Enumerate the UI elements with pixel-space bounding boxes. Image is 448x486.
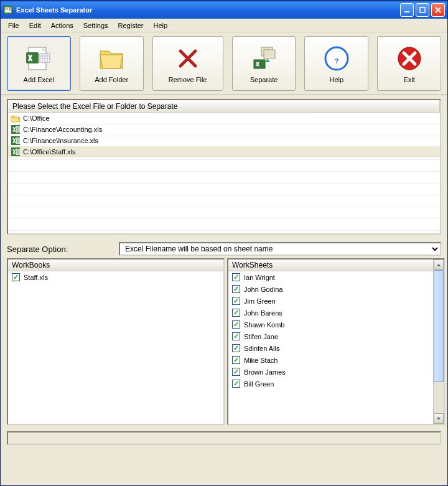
file-list[interactable]: Please Select the Excel File or Folder t… [7,99,441,235]
worksheet-item[interactable]: ✓Jim Green [228,295,433,307]
menu-help[interactable]: Help [149,21,173,30]
worksheet-name: Jim Green [244,297,276,305]
help-label: Help [330,76,344,83]
menu-file[interactable]: File [3,21,24,30]
svg-rect-8 [264,50,275,58]
worksheet-item[interactable]: ✓Sdinfen Ails [228,342,433,354]
svg-rect-2 [404,11,409,12]
menubar: File Edit Actions Settings Register Help [1,19,447,32]
worksheet-item[interactable]: ✓Shawn Komb [228,319,433,330]
toolbar: Add Excel Add Folder Remove File Separat… [1,32,447,95]
help-icon: ? [322,44,352,73]
exit-label: Exit [403,76,414,83]
file-list-row[interactable]: C:\Office [8,113,440,124]
add-folder-button[interactable]: Add Folder [80,36,144,91]
excel-file-icon [11,124,21,134]
file-path: C:\Office [23,114,50,122]
worksheets-panel: WorkSheets ✓Ian Wrignt✓John Godina✓Jim G… [227,258,445,425]
exit-button[interactable]: Exit [377,36,441,91]
worksheet-name: Mike Stach [244,357,278,364]
worksheet-name: John Barens [244,309,282,317]
file-path: C:\Finance\Insurance.xls [23,137,98,144]
worksheet-name: Bill Green [244,380,274,388]
add-excel-label: Add Excel [24,76,55,83]
workbooks-header[interactable]: WorkBooks [8,259,223,271]
worksheet-name: Ian Wrignt [244,274,275,281]
worksheet-name: Shawn Komb [244,321,284,329]
menu-edit[interactable]: Edit [24,21,46,30]
svg-rect-3 [420,7,425,12]
worksheet-item[interactable]: ✓Brown James [228,366,433,378]
excel-file-icon [11,147,21,157]
folder-icon [96,44,126,73]
minimize-button[interactable] [400,3,414,17]
checkbox[interactable]: ✓ [232,380,240,388]
checkbox[interactable]: ✓ [232,368,240,376]
menu-register[interactable]: Register [113,21,149,30]
separate-icon [249,44,279,73]
checkbox[interactable]: ✓ [232,273,240,281]
exit-icon [394,44,424,73]
svg-rect-14 [16,126,20,133]
folder-open-icon [11,113,21,123]
help-button[interactable]: ? Help [304,36,368,91]
window-title: Excel Sheets Separator [16,6,400,14]
close-button[interactable] [431,3,445,17]
file-path: C:\Office\Staff.xls [23,148,76,156]
worksheet-item[interactable]: ✓Mike Stach [228,354,433,366]
worksheet-item[interactable]: ✓Ian Wrignt [228,271,433,283]
menu-actions[interactable]: Actions [46,21,78,30]
scroll-thumb[interactable] [434,270,444,382]
svg-rect-16 [16,138,20,144]
worksheet-name: John Godina [244,286,282,293]
svg-rect-9 [254,60,265,68]
worksheet-name: Sdinfen Ails [244,345,279,352]
separate-option-select[interactable]: Excel Filename will be based on sheet na… [119,242,441,256]
separate-button[interactable]: Separate [232,36,296,91]
worksheet-name: Brown James [244,368,286,376]
remove-file-button[interactable]: Remove File [152,36,223,91]
checkbox[interactable]: ✓ [232,344,240,352]
file-list-header[interactable]: Please Select the Excel File or Folder t… [8,100,440,113]
checkbox[interactable]: ✓ [232,285,240,293]
excel-file-icon [11,136,21,146]
checkbox[interactable]: ✓ [232,297,240,305]
workbook-name: Staff.xls [24,274,48,281]
svg-text:?: ? [334,57,338,65]
remove-file-label: Remove File [169,76,207,83]
worksheets-header[interactable]: WorkSheets [228,259,444,271]
checkbox[interactable]: ✓ [232,332,240,340]
checkbox[interactable]: ✓ [12,273,20,281]
menu-settings[interactable]: Settings [78,21,113,30]
worksheet-name: Stifen Jane [244,333,278,340]
worksheets-scrollbar[interactable] [433,259,444,424]
add-folder-label: Add Folder [95,76,128,83]
separate-label: Separate [250,76,278,83]
workbook-item[interactable]: ✓Staff.xls [8,271,223,283]
checkbox[interactable]: ✓ [232,356,240,364]
file-path: C:\Finance\Accounting.xls [23,126,102,133]
scroll-down-button[interactable] [434,413,444,424]
workbooks-panel: WorkBooks ✓Staff.xls [7,258,225,425]
add-excel-button[interactable]: Add Excel [7,36,71,91]
worksheet-item[interactable]: ✓John Barens [228,307,433,319]
worksheet-item[interactable]: ✓Stifen Jane [228,330,433,342]
scroll-up-button[interactable] [434,259,444,270]
titlebar[interactable]: Excel Sheets Separator [1,1,447,19]
worksheet-item[interactable]: ✓John Godina [228,283,433,295]
statusbar [7,431,441,445]
checkbox[interactable]: ✓ [232,320,240,329]
file-list-row[interactable]: C:\Finance\Accounting.xls [8,124,440,135]
remove-x-icon [173,44,203,73]
separate-option-label: Separate Option: [7,245,119,254]
file-list-row[interactable]: C:\Finance\Insurance.xls [8,135,440,146]
svg-rect-18 [16,149,20,155]
maximize-button[interactable] [416,3,429,17]
worksheet-item[interactable]: ✓Bill Green [228,378,433,390]
checkbox[interactable]: ✓ [232,309,240,317]
app-icon [3,5,13,15]
excel-file-icon [24,44,54,73]
file-list-row[interactable]: C:\Office\Staff.xls [8,146,440,157]
svg-rect-5 [26,52,39,63]
